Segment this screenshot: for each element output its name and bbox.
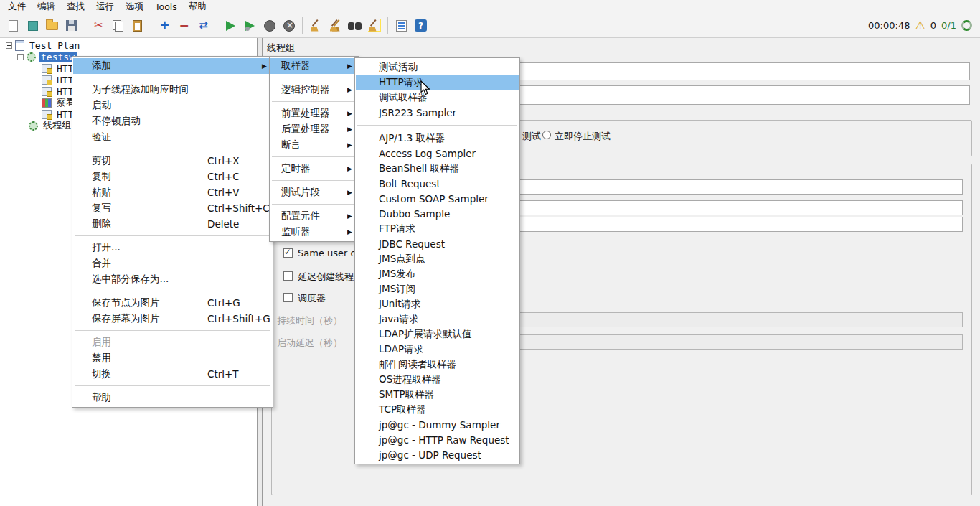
function-helper-button[interactable]: [392, 17, 411, 35]
menu-item-jsr223-sampler[interactable]: JSR223 Sampler: [356, 105, 519, 120]
collapse-all-button[interactable]: −: [174, 17, 194, 35]
menu-item-junit-request[interactable]: JUnit请求: [356, 296, 519, 311]
paste-button[interactable]: [128, 17, 147, 35]
menu-item-paste[interactable]: 粘贴Ctrl+V: [73, 184, 272, 200]
save-button[interactable]: [62, 17, 81, 35]
menu-item-ldap-request[interactable]: LDAP请求: [356, 342, 519, 357]
menu-item-java-request[interactable]: Java请求: [356, 311, 519, 327]
menu-item-start[interactable]: 启动: [73, 98, 272, 113]
menu-item-copy[interactable]: 复制Ctrl+C: [73, 169, 272, 184]
menu-item-cut[interactable]: 剪切Ctrl+X: [73, 153, 272, 169]
menu-item-validate[interactable]: 验证: [73, 129, 272, 145]
menu-item-os-process-sampler[interactable]: OS进程取样器: [356, 372, 519, 387]
menu-options[interactable]: 选项: [120, 0, 149, 14]
menu-item-remove[interactable]: 删除Delete: [73, 216, 272, 232]
scheduler-checkbox[interactable]: [283, 293, 293, 302]
menu-item-add[interactable]: 添加▶: [73, 58, 272, 74]
scheduler-label: 调度器: [298, 292, 326, 305]
menu-item-sampler[interactable]: 取样器▶: [270, 58, 357, 74]
tree-item-testsw[interactable]: testsw: [17, 51, 77, 62]
menu-item-jpgc-dummy-sampler[interactable]: jp@gc - Dummy Sampler: [356, 417, 519, 432]
shutdown-button[interactable]: [279, 17, 298, 35]
help-icon: [415, 19, 427, 32]
open-folder-icon: [46, 22, 58, 30]
menu-item-debug-sampler[interactable]: 调试取样器: [356, 90, 519, 105]
start-icon: [226, 21, 235, 31]
expand-all-button[interactable]: +: [155, 17, 174, 35]
menu-item-beanshell-sampler[interactable]: BeanShell 取样器: [356, 161, 519, 176]
menu-item-assertion[interactable]: 断言▶: [270, 137, 357, 153]
menu-item-smtp-sampler[interactable]: SMTP取样器: [356, 387, 519, 402]
menu-tools[interactable]: Tools: [149, 1, 183, 13]
menu-item-post-processor[interactable]: 后置处理器▶: [270, 121, 357, 137]
menu-item-jpgc-udp-request[interactable]: jp@gc - UDP Request: [356, 447, 519, 462]
menu-separator: [272, 101, 356, 102]
menu-help[interactable]: 帮助: [183, 0, 212, 14]
menu-item-disable[interactable]: 禁用: [73, 350, 272, 366]
warning-icon[interactable]: [915, 20, 925, 32]
menu-item-jms-subscriber[interactable]: JMS订阅: [356, 281, 519, 296]
start-no-pauses-button[interactable]: [240, 17, 260, 35]
menu-item-http-request[interactable]: HTTP请求: [356, 75, 519, 90]
menu-item-start-no-pauses[interactable]: 不停顿启动: [73, 113, 272, 129]
tree-item-test-plan[interactable]: Test Plan: [6, 39, 82, 51]
menu-search[interactable]: 查找: [61, 0, 90, 14]
tree-item-thread-group[interactable]: 线程组: [29, 120, 73, 131]
stop-button[interactable]: [260, 17, 279, 35]
copy-button[interactable]: [108, 17, 128, 35]
clear-all-button[interactable]: [326, 17, 345, 35]
menu-item-logic-controller[interactable]: 逻辑控制器▶: [270, 82, 357, 98]
tree-item-http-request-3[interactable]: HTT: [42, 85, 75, 97]
menu-run[interactable]: 运行: [90, 0, 120, 14]
menu-item-ftp-request[interactable]: FTP请求: [356, 221, 519, 236]
menu-item-open[interactable]: 打开...: [73, 240, 272, 256]
delayed-start-checkbox[interactable]: [283, 271, 293, 281]
help-button[interactable]: [411, 17, 430, 35]
menu-item-dubbo-sample[interactable]: Dubbo Sample: [356, 206, 519, 221]
menu-item-toggle[interactable]: 切换Ctrl+T: [73, 366, 272, 382]
menu-item-test-fragment[interactable]: 测试片段▶: [270, 184, 357, 200]
templates-button[interactable]: [23, 17, 42, 35]
menu-item-mail-reader-sampler[interactable]: 邮件阅读者取样器: [356, 357, 519, 372]
menu-item-flow-control-action[interactable]: 测试活动: [356, 60, 519, 75]
new-file-button[interactable]: [4, 17, 23, 35]
menu-item-jms-point-to-point[interactable]: JMS点到点: [356, 251, 519, 266]
menu-item-save-node-as-image[interactable]: 保存节点为图片Ctrl+G: [73, 295, 272, 311]
search-reset-button[interactable]: [364, 17, 384, 35]
menu-item-jpgc-http-raw-request[interactable]: jp@gc - HTTP Raw Request: [356, 432, 519, 447]
menu-item-listener[interactable]: 监听器▶: [270, 224, 357, 240]
menu-item-add-think-times[interactable]: 为子线程添加响应时间: [73, 82, 272, 98]
menu-item-save-screen-as-image[interactable]: 保存屏幕为图片Ctrl+Shift+G: [73, 311, 272, 327]
menu-item-bolt-request[interactable]: Bolt Request: [356, 176, 519, 191]
tree-item-http-request-1[interactable]: HTT: [42, 62, 75, 74]
start-button[interactable]: [221, 17, 240, 35]
menu-item-timer[interactable]: 定时器▶: [270, 161, 357, 177]
cut-button[interactable]: ✂: [89, 17, 108, 35]
menu-item-jms-publisher[interactable]: JMS发布: [356, 266, 519, 281]
menu-file[interactable]: 文件: [2, 0, 32, 14]
menu-item-merge[interactable]: 合并: [73, 256, 272, 271]
menu-item-enable[interactable]: 启用: [73, 334, 272, 350]
clear-button[interactable]: [306, 17, 326, 35]
tree-item-http-request-4[interactable]: HTT: [42, 108, 75, 120]
stop-test-now-radio[interactable]: [542, 131, 551, 139]
same-user-checkbox[interactable]: [283, 248, 293, 258]
menu-edit[interactable]: 编辑: [32, 0, 61, 14]
menu-item-ldap-extended-request-defaults[interactable]: LDAP扩展请求默认值: [356, 327, 519, 342]
toggle-button[interactable]: ⇄: [194, 17, 213, 35]
menu-item-jdbc-request[interactable]: JDBC Request: [356, 236, 519, 251]
menu-item-save-selection-as[interactable]: 选中部分保存为...: [73, 271, 272, 287]
menu-item-custom-soap-sampler[interactable]: Custom SOAP Sampler: [356, 191, 519, 206]
menu-item-duplicate[interactable]: 复写Ctrl+Shift+C: [73, 200, 272, 216]
menu-item-config-element[interactable]: 配置元件▶: [270, 208, 357, 224]
collapse-icon[interactable]: [17, 54, 24, 60]
menu-item-ajp13-sampler[interactable]: AJP/1.3 取样器: [356, 131, 519, 146]
menu-item-pre-processor[interactable]: 前置处理器▶: [270, 106, 357, 121]
search-button[interactable]: [345, 17, 364, 35]
tree-item-http-request-2[interactable]: HTT: [42, 74, 75, 85]
open-button[interactable]: [42, 17, 62, 35]
menu-item-tcp-sampler[interactable]: TCP取样器: [356, 402, 519, 417]
collapse-icon[interactable]: [6, 42, 12, 49]
menu-item-help[interactable]: 帮助: [73, 390, 272, 406]
menu-item-access-log-sampler[interactable]: Access Log Sampler: [356, 146, 519, 161]
